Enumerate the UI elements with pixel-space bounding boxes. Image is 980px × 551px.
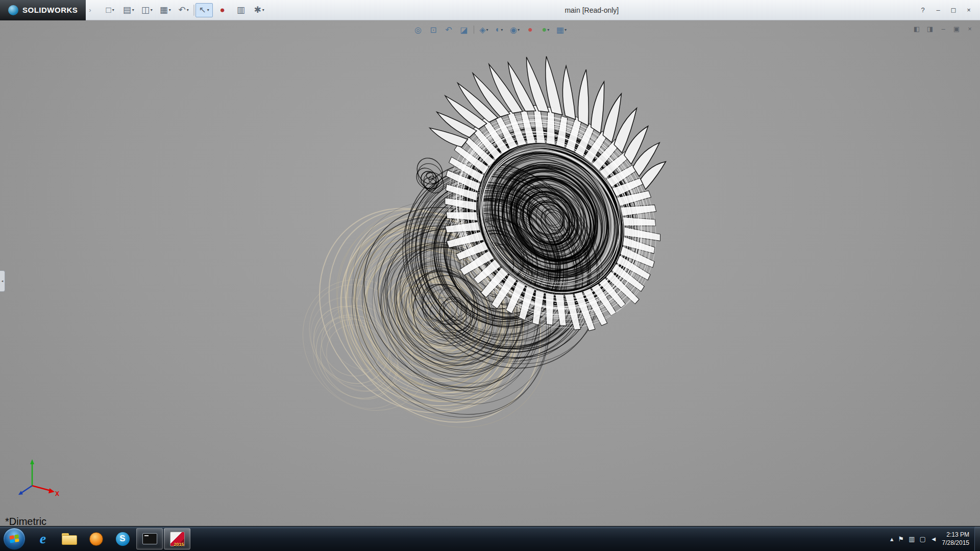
hud-icon: ● <box>542 25 547 34</box>
dropdown-arrow-icon: ▾ <box>169 8 171 12</box>
view-settings-button[interactable]: ▦ ▾ <box>555 23 568 36</box>
hud-icon: ◪ <box>460 25 468 35</box>
solidworks-year-badge: 2015 <box>174 542 184 547</box>
taskbar-item-solidworks[interactable]: 2015 <box>164 528 190 549</box>
window-title: main [Read-only] <box>268 6 916 14</box>
dropdown-arrow-icon: ▾ <box>262 8 264 12</box>
taskbar: e S 2015 ▴ ⚑ ▥ <box>0 526 980 551</box>
volume-icon[interactable]: ◄ <box>930 535 937 543</box>
feature-manager-collapse-handle[interactable]: ◂ <box>0 270 5 292</box>
taskbar-item-windows-explorer[interactable] <box>56 527 83 551</box>
graphics-viewport[interactable]: ◎ ⊡ ↶ ◪ ◈ ▾ ◐ ▾ ◉ ▾ <box>0 20 980 526</box>
section-view-button[interactable]: ◪ <box>458 23 470 36</box>
view-orientation-button[interactable]: ◈ ▾ <box>478 23 489 36</box>
dropdown-arrow-icon: ▾ <box>151 8 153 12</box>
solidworks-menu-button[interactable]: SOLIDWORKS <box>0 0 86 20</box>
taskbar-item-internet-explorer[interactable]: e <box>30 527 56 551</box>
window-control-icon: – <box>936 6 940 14</box>
help-button[interactable]: ? <box>916 5 930 16</box>
zoom-to-area-button[interactable]: ⊡ <box>428 23 439 36</box>
toolbar-icon: ▥ <box>237 6 245 14</box>
action-center-flag-icon[interactable]: ⚑ <box>898 535 904 543</box>
solidworks-icon: 2015 <box>170 532 185 546</box>
new-document-button[interactable]: □ ▾ <box>102 3 119 17</box>
toolbar-icon: ▤ <box>123 6 131 14</box>
dropdown-arrow-icon: ▾ <box>187 8 189 12</box>
window-control-icon: ? <box>921 6 924 14</box>
maximize-button[interactable]: ◻ <box>946 5 961 16</box>
dropdown-arrow-icon: ▾ <box>547 28 549 32</box>
document-control-icon: ▣ <box>953 25 960 33</box>
windows-flag-icon <box>9 534 19 543</box>
options-button[interactable]: ✱ ▾ <box>251 3 268 17</box>
dropdown-arrow-icon: ▾ <box>112 8 114 12</box>
toolbar-icon: ◫ <box>141 6 150 14</box>
file-properties-button[interactable]: ▥ <box>232 3 250 17</box>
document-control-icon: ◨ <box>927 25 933 33</box>
toolbar-icon: □ <box>106 6 111 14</box>
titlebar: SOLIDWORKS › □ ▾ ▤ ▾ ◫ ▾ ▦ ▾ ↶ ▾ <box>0 0 980 20</box>
undo-button[interactable]: ↶ ▾ <box>175 3 192 17</box>
tile-left-pane-button[interactable]: ◧ <box>912 23 922 34</box>
hud-icon: ◎ <box>414 25 422 35</box>
open-button[interactable]: ▤ ▾ <box>120 3 137 17</box>
command-prompt-icon <box>142 533 157 544</box>
skype-icon: S <box>116 532 130 546</box>
toolbar-separator <box>193 5 194 16</box>
show-desktop-button[interactable] <box>974 527 980 551</box>
internet-explorer-icon: e <box>40 531 46 547</box>
media-player-icon <box>89 532 103 546</box>
brand-label: SOLIDWORKS <box>22 6 78 14</box>
dropdown-arrow-icon: ▾ <box>518 28 520 32</box>
hud-icon: ◉ <box>510 25 517 35</box>
main-toolbar: □ ▾ ▤ ▾ ◫ ▾ ▦ ▾ ↶ ▾ ↖ ▾ ● <box>102 3 268 17</box>
clock-date: 7/28/2015 <box>942 539 969 547</box>
select-tool-button[interactable]: ↖ ▾ <box>195 3 213 17</box>
view-orientation-label: *Dimetric <box>5 516 46 526</box>
print-button[interactable]: ▦ ▾ <box>157 3 174 17</box>
start-button[interactable] <box>3 528 26 550</box>
edit-appearance-button[interactable]: ● <box>525 23 536 36</box>
hud-icon: ◈ <box>479 25 485 35</box>
hud-icon: ● <box>528 25 533 34</box>
doc-close-button[interactable]: × <box>965 23 975 34</box>
dropdown-arrow-icon: ▾ <box>132 8 134 12</box>
axis-x-label: X <box>55 490 59 497</box>
previous-view-button[interactable]: ↶ <box>443 23 454 36</box>
dropdown-arrow-icon: ▾ <box>565 28 567 32</box>
tray-icon-glyph: ▢ <box>919 535 925 543</box>
menu-expand-chevron-icon[interactable]: › <box>86 6 94 14</box>
heads-up-view-toolbar: ◎ ⊡ ↶ ◪ ◈ ▾ ◐ ▾ ◉ ▾ <box>412 23 568 36</box>
tile-right-pane-button[interactable]: ◨ <box>925 23 935 34</box>
zoom-to-fit-button[interactable]: ◎ <box>412 23 424 36</box>
tray-icon-glyph: ▴ <box>890 535 894 543</box>
taskbar-item-command-prompt[interactable] <box>136 528 163 549</box>
doc-restore-button[interactable]: ▣ <box>951 23 962 34</box>
toolbar-icon: ● <box>220 6 225 14</box>
close-button[interactable]: × <box>962 5 976 16</box>
hud-icon: ↶ <box>445 25 452 35</box>
hud-icon: ▦ <box>556 25 564 35</box>
taskbar-item-media-player[interactable] <box>83 527 109 551</box>
toolbar-icon: ▦ <box>160 6 168 14</box>
doc-minimize-button[interactable]: – <box>938 23 948 34</box>
toolbar-icon: ✱ <box>254 6 261 14</box>
dropdown-arrow-icon: ▾ <box>207 8 209 12</box>
tray-icon-glyph: ⚑ <box>898 535 904 543</box>
apply-scene-button[interactable]: ● ▾ <box>540 23 551 36</box>
minimize-button[interactable]: – <box>931 5 945 16</box>
device-icon[interactable]: ▥ <box>909 535 915 543</box>
taskbar-item-skype[interactable]: S <box>109 527 136 551</box>
save-button[interactable]: ◫ ▾ <box>138 3 156 17</box>
document-control-icon: ◧ <box>914 25 920 33</box>
solidworks-window: SOLIDWORKS › □ ▾ ▤ ▾ ◫ ▾ ▦ ▾ ↶ ▾ <box>0 0 980 551</box>
tray-icon-glyph: ◄ <box>930 535 937 543</box>
display-style-button[interactable]: ◐ ▾ <box>494 23 505 36</box>
rebuild-button[interactable]: ● <box>214 3 231 17</box>
network-display-icon[interactable]: ▢ <box>919 535 925 543</box>
engine-wireframe-model <box>0 20 980 526</box>
tray-expand-button[interactable]: ▴ <box>890 535 894 543</box>
hide-show-items-button[interactable]: ◉ ▾ <box>509 23 521 36</box>
taskbar-clock[interactable]: 2:13 PM 7/28/2015 <box>942 527 974 551</box>
dropdown-arrow-icon: ▾ <box>501 28 503 32</box>
